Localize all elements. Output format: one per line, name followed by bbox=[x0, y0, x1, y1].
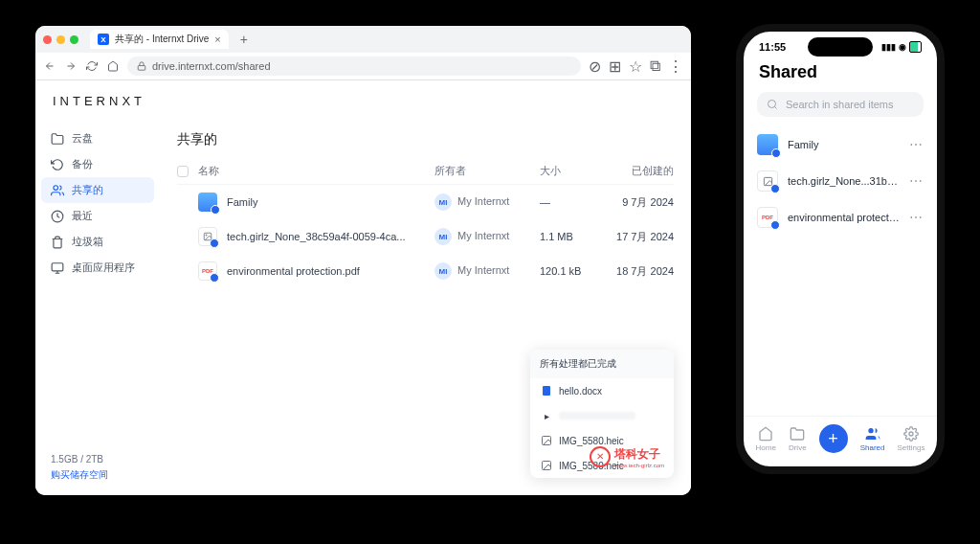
new-tab-button[interactable]: + bbox=[234, 32, 254, 47]
users-icon bbox=[51, 184, 64, 197]
column-created[interactable]: 已创建的 bbox=[607, 164, 674, 178]
sidebar-item-desktop[interactable]: 桌面应用程序 bbox=[41, 255, 154, 281]
phone-list-item[interactable]: PDF environmental protection.pdf ⋯ bbox=[757, 199, 924, 236]
phone-file-name: Family bbox=[788, 139, 900, 150]
address-row: drive.internxt.com/shared ⊘ ⊞ ☆ ⧉ ⋮ bbox=[35, 53, 691, 79]
forward-icon[interactable] bbox=[64, 59, 78, 73]
svg-point-9 bbox=[768, 101, 776, 108]
browser-chrome: X 共享的 - Internxt Drive × + drive.internx… bbox=[35, 26, 691, 80]
plus-icon: + bbox=[828, 429, 838, 449]
more-icon[interactable]: ⋯ bbox=[909, 137, 924, 152]
tab-drive[interactable]: Drive bbox=[789, 426, 807, 452]
content-area: 共享的 名称 所有者 大小 已创建的 Family MIMy Internxt … bbox=[160, 122, 691, 495]
sidebar-item-label: 最近 bbox=[72, 209, 93, 223]
more-icon[interactable]: ⋯ bbox=[909, 173, 924, 189]
table-row[interactable]: Family MIMy Internxt — 9 7月 2024 bbox=[177, 185, 674, 219]
toast-item-name: hello.docx bbox=[559, 386, 602, 397]
translate-icon[interactable]: ⊞ bbox=[609, 57, 621, 76]
folder-icon bbox=[51, 132, 64, 146]
column-owner[interactable]: 所有者 bbox=[434, 164, 540, 178]
tab-settings[interactable]: Settings bbox=[898, 426, 925, 452]
lock-icon bbox=[137, 61, 146, 71]
clock-icon bbox=[51, 158, 64, 171]
search-placeholder: Search in shared items bbox=[786, 99, 894, 110]
svg-rect-0 bbox=[138, 66, 145, 71]
addr-right-icons: ⊘ ⊞ ☆ ⧉ ⋮ bbox=[589, 57, 683, 76]
shared-badge-icon bbox=[770, 220, 780, 230]
browser-tab[interactable]: X 共享的 - Internxt Drive × bbox=[90, 30, 229, 49]
table-row[interactable]: tech.girlz_None_38c59a4f-0059-4ca... MIM… bbox=[177, 219, 674, 254]
reload-icon[interactable] bbox=[85, 59, 99, 73]
more-icon[interactable]: ⋯ bbox=[909, 210, 924, 225]
file-name: tech.girlz_None_38c59a4f-0059-4ca... bbox=[227, 231, 406, 242]
tab-label: Home bbox=[756, 443, 776, 452]
toast-item[interactable]: ▸ bbox=[530, 403, 674, 428]
window-controls[interactable] bbox=[43, 35, 78, 44]
tab-shared[interactable]: Shared bbox=[860, 426, 885, 452]
buy-storage-link[interactable]: 购买储存空间 bbox=[51, 468, 145, 482]
brand-logo: INTERNXT bbox=[35, 80, 691, 122]
phone-search-input[interactable]: Search in shared items bbox=[757, 92, 924, 117]
add-button[interactable]: + bbox=[819, 424, 848, 453]
address-bar[interactable]: drive.internxt.com/shared bbox=[127, 57, 581, 76]
users-icon bbox=[865, 426, 880, 442]
tab-strip: X 共享的 - Internxt Drive × + bbox=[35, 26, 691, 53]
table-row[interactable]: PDF environmental protection.pdf MIMy In… bbox=[177, 254, 674, 288]
home-icon[interactable] bbox=[106, 59, 120, 73]
tab-label: Settings bbox=[898, 443, 925, 452]
owner-name: My Internxt bbox=[457, 264, 509, 276]
folder-icon bbox=[198, 193, 217, 212]
file-date: 9 7月 2024 bbox=[607, 195, 674, 210]
back-icon[interactable] bbox=[43, 59, 56, 73]
folder-icon bbox=[757, 134, 778, 155]
key-icon[interactable]: ⊘ bbox=[589, 57, 601, 76]
sidebar-item-backups[interactable]: 备份 bbox=[41, 151, 154, 177]
maximize-dot[interactable] bbox=[70, 35, 78, 44]
shared-badge-icon bbox=[770, 184, 780, 193]
image-file-icon bbox=[757, 170, 778, 192]
file-name: Family bbox=[227, 196, 257, 208]
svg-rect-3 bbox=[52, 262, 63, 270]
tab-home[interactable]: Home bbox=[756, 426, 776, 452]
select-all-checkbox[interactable] bbox=[177, 166, 189, 177]
watermark-sub: www.tech-girlz.com bbox=[614, 463, 664, 468]
toast-item[interactable]: hello.docx bbox=[530, 378, 674, 403]
sidebar-item-recent[interactable]: 最近 bbox=[41, 203, 154, 229]
sidebar-item-drive[interactable]: 云盘 bbox=[41, 125, 154, 151]
sidebar-footer: 1.5GB / 2TB 购买储存空间 bbox=[41, 444, 154, 491]
column-size[interactable]: 大小 bbox=[540, 164, 607, 178]
image-file-icon bbox=[198, 227, 217, 246]
column-name[interactable]: 名称 bbox=[198, 164, 434, 178]
watermark-text: 塔科女子 bbox=[614, 447, 660, 461]
image-file-icon bbox=[540, 434, 553, 447]
watermark-icon: ✕ bbox=[590, 446, 611, 467]
search-icon bbox=[767, 99, 778, 110]
wifi-icon: ◉ bbox=[899, 42, 906, 52]
owner-avatar: MI bbox=[434, 228, 452, 245]
shared-badge-icon bbox=[210, 238, 219, 248]
phone-list-item[interactable]: Family ⋯ bbox=[757, 126, 924, 163]
sidebar-item-label: 备份 bbox=[72, 157, 93, 171]
phone-list-item[interactable]: tech.girlz_None...31b18a1665.png ⋯ bbox=[757, 163, 924, 199]
bookmark-icon[interactable]: ☆ bbox=[629, 57, 642, 76]
phone-file-name: tech.girlz_None...31b18a1665.png bbox=[788, 175, 900, 187]
file-size: 1.1 MB bbox=[540, 231, 607, 242]
extensions-icon[interactable]: ⧉ bbox=[650, 57, 660, 75]
tab-label: Drive bbox=[789, 443, 807, 452]
home-icon bbox=[758, 426, 773, 442]
signal-icon: ▮▮▮ bbox=[881, 42, 896, 52]
status-icons: ▮▮▮ ◉ bbox=[881, 41, 922, 53]
tab-close-icon[interactable]: × bbox=[214, 34, 220, 45]
sidebar-item-shared[interactable]: 共享的 bbox=[41, 177, 154, 203]
minimize-dot[interactable] bbox=[56, 35, 65, 44]
url-text: drive.internxt.com/shared bbox=[152, 60, 271, 72]
close-dot[interactable] bbox=[43, 35, 52, 44]
play-icon: ▸ bbox=[540, 409, 553, 422]
menu-icon[interactable]: ⋮ bbox=[668, 57, 683, 76]
toast-title: 所有处理都已完成 bbox=[530, 350, 674, 378]
tab-title: 共享的 - Internxt Drive bbox=[115, 33, 209, 46]
sidebar-item-trash[interactable]: 垃圾箱 bbox=[41, 229, 154, 255]
owner-name: My Internxt bbox=[457, 195, 509, 207]
sidebar-item-label: 垃圾箱 bbox=[72, 235, 103, 249]
sidebar-item-label: 云盘 bbox=[72, 131, 93, 146]
